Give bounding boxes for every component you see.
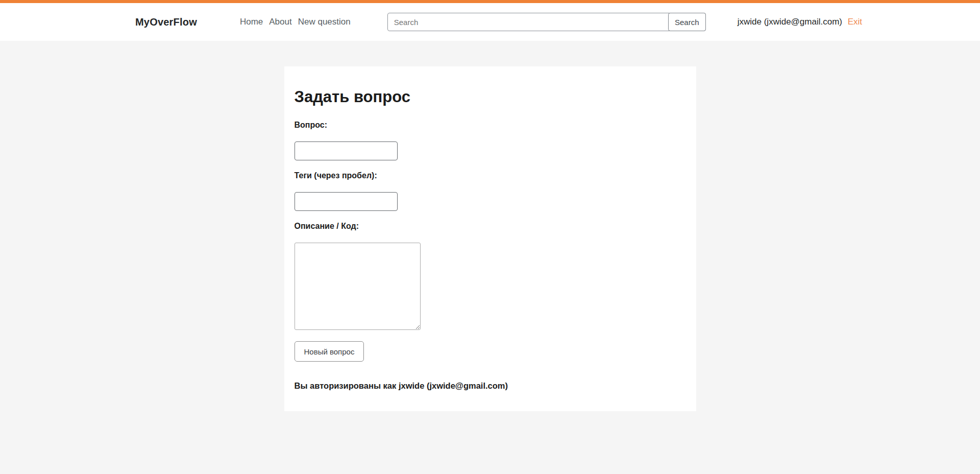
tags-label: Теги (через пробел): <box>295 171 686 180</box>
main-content: Задать вопрос Вопрос: Теги (через пробел… <box>0 66 980 411</box>
search-button[interactable]: Search <box>668 13 706 31</box>
new-question-button[interactable]: Новый вопрос <box>295 341 364 362</box>
tags-input[interactable] <box>295 192 398 211</box>
description-textarea[interactable] <box>295 243 421 330</box>
header-inner: MyOverFlow Home About New question Searc… <box>135 3 845 41</box>
nav-item-new-question[interactable]: New question <box>298 17 351 27</box>
main-nav: Home About New question <box>240 17 351 27</box>
user-area: jxwide (jxwide@gmail.com) Exit <box>738 17 862 27</box>
site-header: MyOverFlow Home About New question Searc… <box>0 3 980 41</box>
description-label: Описание / Код: <box>295 222 686 231</box>
exit-link[interactable]: Exit <box>848 17 862 27</box>
page-title: Задать вопрос <box>295 88 686 106</box>
user-display: jxwide (jxwide@gmail.com) <box>738 17 842 27</box>
question-input[interactable] <box>295 141 398 160</box>
logo[interactable]: MyOverFlow <box>135 16 197 28</box>
question-label: Вопрос: <box>295 121 686 130</box>
search-form: Search <box>387 13 706 31</box>
search-input[interactable] <box>387 13 706 31</box>
auth-note: Вы авторизированы как jxwide (jxwide@gma… <box>295 381 686 391</box>
nav-item-about[interactable]: About <box>269 17 291 27</box>
nav-item-home[interactable]: Home <box>240 17 263 27</box>
ask-question-card: Задать вопрос Вопрос: Теги (через пробел… <box>284 66 696 411</box>
